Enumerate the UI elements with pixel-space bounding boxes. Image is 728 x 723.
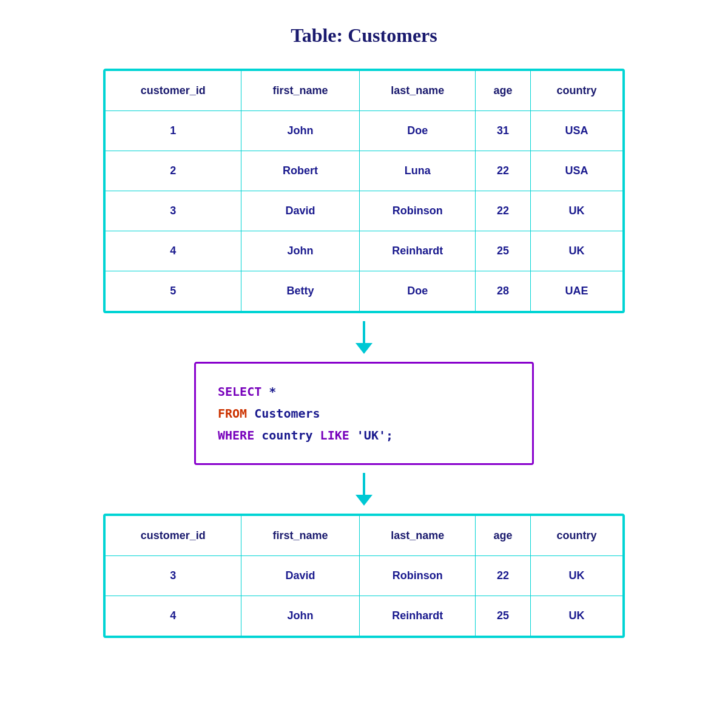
table-cell: Betty <box>241 271 360 311</box>
col-age: age <box>476 71 531 111</box>
table-cell: Robinson <box>360 191 476 231</box>
table-cell: Reinhardt <box>360 231 476 271</box>
table-cell: UK <box>530 556 622 596</box>
table-row: 2RobertLuna22USA <box>106 151 623 191</box>
table-cell: 2 <box>106 151 241 191</box>
table-cell: USA <box>530 111 622 151</box>
table-cell: 1 <box>106 111 241 151</box>
table-cell: 31 <box>476 111 531 151</box>
table-cell: 25 <box>476 596 531 636</box>
table-cell: Reinhardt <box>360 596 476 636</box>
result-table: customer_id first_name last_name age cou… <box>105 515 623 636</box>
table-cell: 5 <box>106 271 241 311</box>
table-cell: 4 <box>106 596 241 636</box>
arrow-line-1 <box>363 321 365 343</box>
keyword-where: WHERE <box>218 428 254 443</box>
page-title: Table: Customers <box>291 24 437 47</box>
table-cell: John <box>241 231 360 271</box>
table-cell: Robert <box>241 151 360 191</box>
table-cell: David <box>241 556 360 596</box>
arrow-down-2 <box>356 471 372 507</box>
res-col-first-name: first_name <box>241 516 360 556</box>
table-row: 4JohnReinhardt25UK <box>106 596 623 636</box>
sql-where-mid: country <box>254 428 320 443</box>
table-row: 3DavidRobinson22UK <box>106 556 623 596</box>
table-cell: UK <box>530 596 622 636</box>
table-cell: UK <box>530 231 622 271</box>
result-table-header-row: customer_id first_name last_name age cou… <box>106 516 623 556</box>
sql-select-rest: * <box>261 384 276 399</box>
res-col-age: age <box>476 516 531 556</box>
sql-box: SELECT * FROM Customers WHERE country LI… <box>194 362 534 465</box>
table-row: 1JohnDoe31USA <box>106 111 623 151</box>
table-cell: 4 <box>106 231 241 271</box>
sql-line-1: SELECT * <box>218 381 510 402</box>
table-cell: David <box>241 191 360 231</box>
table-cell: 22 <box>476 191 531 231</box>
col-country: country <box>530 71 622 111</box>
keyword-from: FROM <box>218 406 247 421</box>
result-table-wrapper: customer_id first_name last_name age cou… <box>103 514 625 638</box>
table-cell: Luna <box>360 151 476 191</box>
table-cell: 3 <box>106 191 241 231</box>
arrow-down-1 <box>356 319 372 356</box>
table-cell: Doe <box>360 111 476 151</box>
arrow-line-2 <box>363 473 365 495</box>
sql-where-val: 'UK'; <box>349 428 393 443</box>
source-table-header-row: customer_id first_name last_name age cou… <box>106 71 623 111</box>
table-row: 3DavidRobinson22UK <box>106 191 623 231</box>
table-cell: USA <box>530 151 622 191</box>
table-row: 5BettyDoe28UAE <box>106 271 623 311</box>
table-cell: 25 <box>476 231 531 271</box>
sql-from-rest: Customers <box>247 406 320 421</box>
table-cell: John <box>241 596 360 636</box>
source-table-wrapper: customer_id first_name last_name age cou… <box>103 69 625 313</box>
table-cell: Robinson <box>360 556 476 596</box>
sql-line-3: WHERE country LIKE 'UK'; <box>218 424 510 446</box>
table-cell: 22 <box>476 151 531 191</box>
arrow-head-1 <box>356 343 372 354</box>
table-row: 4JohnReinhardt25UK <box>106 231 623 271</box>
keyword-select: SELECT <box>218 384 261 399</box>
res-col-customer-id: customer_id <box>106 516 241 556</box>
keyword-like: LIKE <box>320 428 349 443</box>
sql-line-2: FROM Customers <box>218 402 510 424</box>
col-last-name: last_name <box>360 71 476 111</box>
table-cell: 28 <box>476 271 531 311</box>
res-col-country: country <box>530 516 622 556</box>
table-cell: Doe <box>360 271 476 311</box>
col-first-name: first_name <box>241 71 360 111</box>
table-cell: UAE <box>530 271 622 311</box>
arrow-head-2 <box>356 495 372 506</box>
table-cell: 3 <box>106 556 241 596</box>
table-cell: 22 <box>476 556 531 596</box>
col-customer-id: customer_id <box>106 71 241 111</box>
res-col-last-name: last_name <box>360 516 476 556</box>
table-cell: UK <box>530 191 622 231</box>
source-table: customer_id first_name last_name age cou… <box>105 70 623 311</box>
table-cell: John <box>241 111 360 151</box>
